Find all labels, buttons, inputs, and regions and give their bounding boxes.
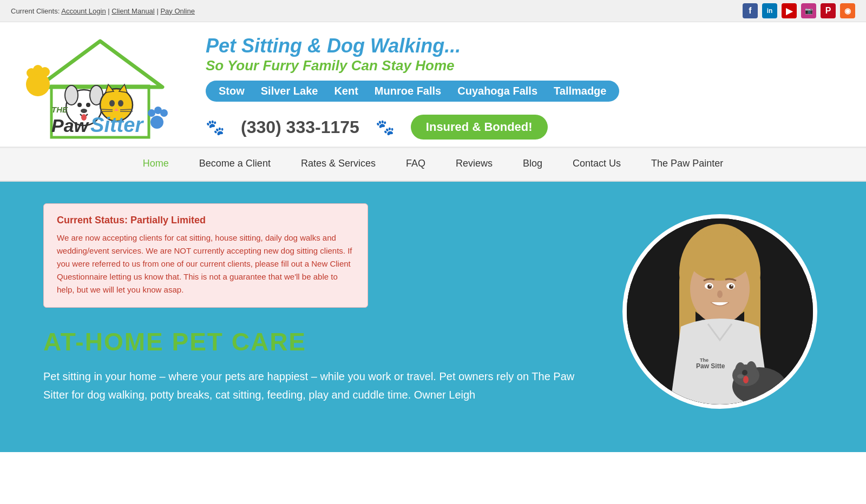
header-content: Pet Sitting & Dog Walking... So Your Fur… <box>206 35 844 140</box>
hero-left: Current Status: Partially Limited We are… <box>43 203 585 404</box>
city-silverlake: Silver Lake <box>261 85 318 97</box>
cities-bar: Stow Silver Lake Kent Munroe Falls Cuyah… <box>206 81 619 102</box>
svg-point-39 <box>731 285 733 287</box>
svg-point-33 <box>687 232 752 281</box>
svg-marker-0 <box>38 41 162 87</box>
city-cuyahogafalls: Cuyahoga Falls <box>457 85 537 97</box>
tagline-main: Pet Sitting & Dog Walking... <box>206 35 844 57</box>
nav-home[interactable]: Home <box>128 148 184 181</box>
nav-contact-us[interactable]: Contact Us <box>557 148 636 181</box>
insured-badge: Insured & Bonded! <box>411 115 548 140</box>
city-munroefalls: Munroe Falls <box>375 85 441 97</box>
svg-point-7 <box>148 109 155 117</box>
client-manual-link[interactable]: Client Manual <box>111 7 155 15</box>
portrait-svg: The Paw Sitte <box>627 218 813 404</box>
current-clients-label: Current Clients: <box>11 7 60 15</box>
svg-point-46 <box>746 361 757 379</box>
svg-point-40 <box>717 290 723 298</box>
hero-section: Current Status: Partially Limited We are… <box>0 182 866 452</box>
svg-point-6 <box>150 116 163 129</box>
nav-faq[interactable]: FAQ <box>391 148 441 181</box>
site-header: THE Paw Sitter Pet Sitting & Dog Walking… <box>0 22 866 148</box>
logo-text: THE Paw Sitter <box>51 105 143 137</box>
facebook-icon[interactable]: f <box>743 3 758 18</box>
portrait-circle: The Paw Sitte <box>622 214 817 409</box>
nav-paw-painter[interactable]: The Paw Painter <box>636 148 738 181</box>
instagram-icon[interactable]: 📷 <box>801 3 816 18</box>
phone-number[interactable]: (330) 333-1175 <box>241 117 359 137</box>
top-bar-left: Current Clients: Account Login | Client … <box>11 7 195 15</box>
nav-blog[interactable]: Blog <box>508 148 557 181</box>
logo-graphic: THE Paw Sitter <box>22 33 179 141</box>
svg-point-11 <box>65 85 78 105</box>
status-box: Current Status: Partially Limited We are… <box>43 203 368 308</box>
city-tallmadge: Tallmadge <box>554 85 606 97</box>
city-kent: Kent <box>334 85 358 97</box>
status-body: We are now accepting clients for cat sit… <box>57 231 355 296</box>
phone-row: 🐾 (330) 333-1175 🐾 Insured & Bonded! <box>206 115 844 140</box>
svg-point-9 <box>160 109 168 117</box>
linkedin-icon[interactable]: in <box>762 3 777 18</box>
svg-point-5 <box>40 67 50 77</box>
paw-phone-icon: 🐾 <box>206 118 225 136</box>
svg-point-47 <box>742 370 747 375</box>
social-icons-bar: f in ▶ 📷 P ◉ <box>743 3 855 18</box>
svg-text:Paw Sitte: Paw Sitte <box>696 362 725 370</box>
paw-phone-icon-right: 🐾 <box>376 118 395 136</box>
svg-point-49 <box>743 376 749 383</box>
hero-right: The Paw Sitte <box>617 203 823 409</box>
hero-description: Pet sitting in your home – where your pe… <box>43 367 585 404</box>
logo-area: THE Paw Sitter <box>22 33 184 141</box>
city-stow: Stow <box>219 85 245 97</box>
status-title: Current Status: Partially Limited <box>57 215 355 226</box>
pinterest-icon[interactable]: P <box>821 3 836 18</box>
main-navigation: Home Become a Client Rates & Services FA… <box>0 148 866 182</box>
portrait-image: The Paw Sitte <box>627 218 813 404</box>
svg-point-48 <box>737 374 744 379</box>
tagline-sub: So Your Furry Family Can Stay Home <box>206 57 844 74</box>
top-bar: Current Clients: Account Login | Client … <box>0 0 866 22</box>
pay-online-link[interactable]: Pay Online <box>160 7 195 15</box>
nav-become-client[interactable]: Become a Client <box>184 148 286 181</box>
nav-rates-services[interactable]: Rates & Services <box>286 148 391 181</box>
rss-icon[interactable]: ◉ <box>840 3 855 18</box>
nav-reviews[interactable]: Reviews <box>441 148 508 181</box>
at-home-title: AT-HOME PET CARE <box>43 327 585 356</box>
account-login-link[interactable]: Account Login <box>61 7 106 15</box>
youtube-icon[interactable]: ▶ <box>782 3 797 18</box>
svg-point-38 <box>710 285 711 287</box>
